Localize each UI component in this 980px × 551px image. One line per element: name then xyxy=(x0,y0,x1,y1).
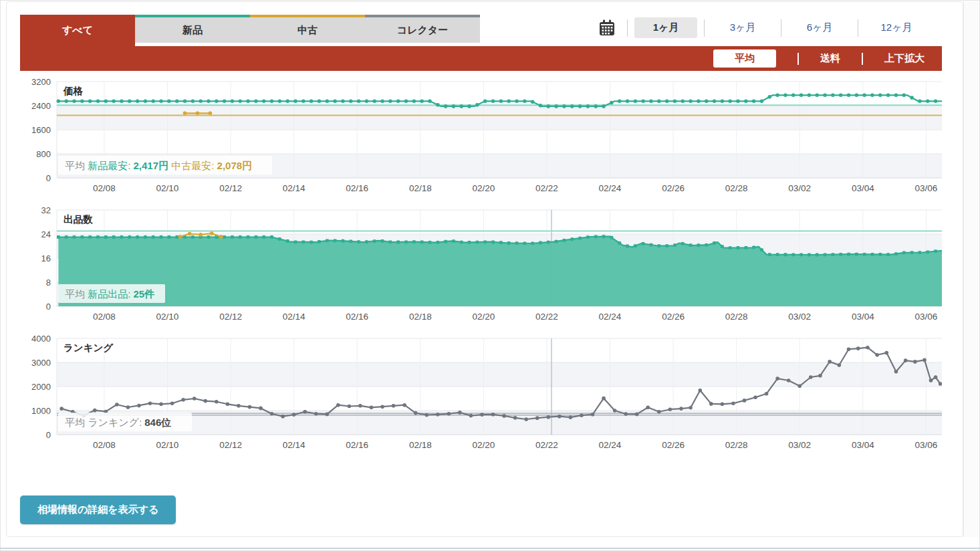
svg-text:03/06: 03/06 xyxy=(914,440,937,450)
svg-text:03/04: 03/04 xyxy=(852,183,874,193)
svg-text:02/08: 02/08 xyxy=(93,440,116,450)
svg-text:02/14: 02/14 xyxy=(283,183,305,193)
divider xyxy=(798,53,799,65)
svg-text:出品数: 出品数 xyxy=(64,214,93,225)
svg-text:価格: 価格 xyxy=(63,86,84,96)
svg-text:1600: 1600 xyxy=(31,125,51,135)
svg-text:24: 24 xyxy=(41,229,51,239)
ranking-chart[interactable]: 0100020003000400002/0802/1002/1202/1402/… xyxy=(20,333,942,461)
svg-text:02/10: 02/10 xyxy=(156,440,179,450)
svg-text:02/26: 02/26 xyxy=(662,312,685,322)
svg-text:02/28: 02/28 xyxy=(725,312,748,322)
svg-text:平均 新品最安: 2,417円 中古最安: 2,078円: 平均 新品最安: 2,417円 中古最安: 2,078円 xyxy=(65,160,252,171)
svg-text:8: 8 xyxy=(46,278,51,288)
period-6month[interactable]: 6ヶ月 xyxy=(788,17,851,38)
period-12month[interactable]: 12ヶ月 xyxy=(865,17,928,38)
market-details-button[interactable]: 相場情報の詳細を表示する xyxy=(20,495,176,524)
divider xyxy=(858,19,858,37)
calendar-icon-glyph xyxy=(598,19,616,37)
svg-text:02/26: 02/26 xyxy=(662,440,685,450)
svg-text:02/22: 02/22 xyxy=(535,312,558,322)
svg-text:4000: 4000 xyxy=(31,334,51,344)
tab-collector[interactable]: コレクター xyxy=(365,15,480,43)
svg-text:02/20: 02/20 xyxy=(472,312,495,322)
svg-text:02/22: 02/22 xyxy=(535,183,558,193)
svg-text:02/24: 02/24 xyxy=(599,183,622,193)
svg-text:1000: 1000 xyxy=(31,406,51,416)
svg-text:16: 16 xyxy=(41,253,51,263)
svg-text:02/18: 02/18 xyxy=(409,440,432,450)
expand-toggle[interactable]: 上下拡大 xyxy=(884,52,925,65)
condition-tabs: すべて 新品 中古 コレクター xyxy=(20,15,480,43)
average-toggle[interactable]: 平均 xyxy=(713,49,776,68)
svg-text:02/20: 02/20 xyxy=(472,440,495,450)
svg-text:03/06: 03/06 xyxy=(914,312,937,322)
price-chart[interactable]: 080016002400320002/0802/1002/1202/1402/1… xyxy=(20,76,942,205)
listings-chart[interactable]: 0816243202/0802/1002/1202/1402/1602/1802… xyxy=(20,205,942,333)
calendar-icon[interactable] xyxy=(594,19,620,37)
svg-text:02/22: 02/22 xyxy=(535,440,558,450)
divider xyxy=(704,19,705,37)
svg-text:03/02: 03/02 xyxy=(788,312,811,322)
svg-text:0: 0 xyxy=(46,430,51,440)
svg-text:02/18: 02/18 xyxy=(409,312,432,322)
svg-text:02/24: 02/24 xyxy=(599,440,622,450)
svg-text:02/16: 02/16 xyxy=(346,183,368,193)
svg-text:平均 ランキング: 846位: 平均 ランキング: 846位 xyxy=(65,417,171,428)
period-controls: 1ヶ月 3ヶ月 6ヶ月 12ヶ月 xyxy=(594,17,928,38)
svg-text:2400: 2400 xyxy=(31,101,51,111)
svg-text:800: 800 xyxy=(36,149,51,159)
svg-text:0: 0 xyxy=(46,302,51,312)
svg-text:02/28: 02/28 xyxy=(725,183,748,193)
svg-text:02/10: 02/10 xyxy=(156,312,179,322)
svg-text:02/28: 02/28 xyxy=(725,440,748,450)
svg-text:2000: 2000 xyxy=(31,382,51,392)
svg-text:02/24: 02/24 xyxy=(599,312,622,322)
svg-text:0: 0 xyxy=(46,173,51,183)
svg-text:03/04: 03/04 xyxy=(852,440,874,450)
tab-new[interactable]: 新品 xyxy=(135,15,250,43)
svg-text:02/08: 02/08 xyxy=(93,183,116,193)
svg-text:02/08: 02/08 xyxy=(93,312,116,322)
svg-text:02/12: 02/12 xyxy=(219,440,242,450)
svg-text:02/20: 02/20 xyxy=(472,183,495,193)
svg-text:03/02: 03/02 xyxy=(788,183,811,193)
divider xyxy=(627,19,628,37)
page-divider xyxy=(0,548,980,549)
svg-text:02/14: 02/14 xyxy=(283,312,305,322)
scrollbar-gutter[interactable] xyxy=(963,1,979,537)
period-1month[interactable]: 1ヶ月 xyxy=(634,17,697,38)
svg-text:02/18: 02/18 xyxy=(409,183,432,193)
svg-text:02/26: 02/26 xyxy=(662,183,685,193)
svg-text:02/16: 02/16 xyxy=(346,440,368,450)
svg-text:02/10: 02/10 xyxy=(156,183,179,193)
tab-all[interactable]: すべて xyxy=(20,15,135,46)
svg-text:03/04: 03/04 xyxy=(852,312,874,322)
svg-text:03/06: 03/06 xyxy=(914,183,937,193)
svg-text:3000: 3000 xyxy=(31,358,51,368)
shipping-toggle[interactable]: 送料 xyxy=(820,52,840,65)
svg-text:02/14: 02/14 xyxy=(283,440,305,450)
svg-text:平均 新品出品: 25件: 平均 新品出品: 25件 xyxy=(65,288,154,300)
svg-text:03/02: 03/02 xyxy=(788,440,811,450)
svg-text:02/12: 02/12 xyxy=(219,183,242,193)
svg-text:02/16: 02/16 xyxy=(346,312,368,322)
svg-text:32: 32 xyxy=(41,205,51,215)
divider xyxy=(862,53,863,65)
svg-text:02/12: 02/12 xyxy=(219,312,242,322)
tab-used[interactable]: 中古 xyxy=(250,15,365,43)
period-3month[interactable]: 3ヶ月 xyxy=(711,17,774,38)
chart-toolbar: 平均 送料 上下拡大 xyxy=(20,46,942,71)
svg-text:3200: 3200 xyxy=(31,77,51,87)
divider xyxy=(781,19,781,37)
svg-text:ランキング: ランキング xyxy=(64,342,114,353)
